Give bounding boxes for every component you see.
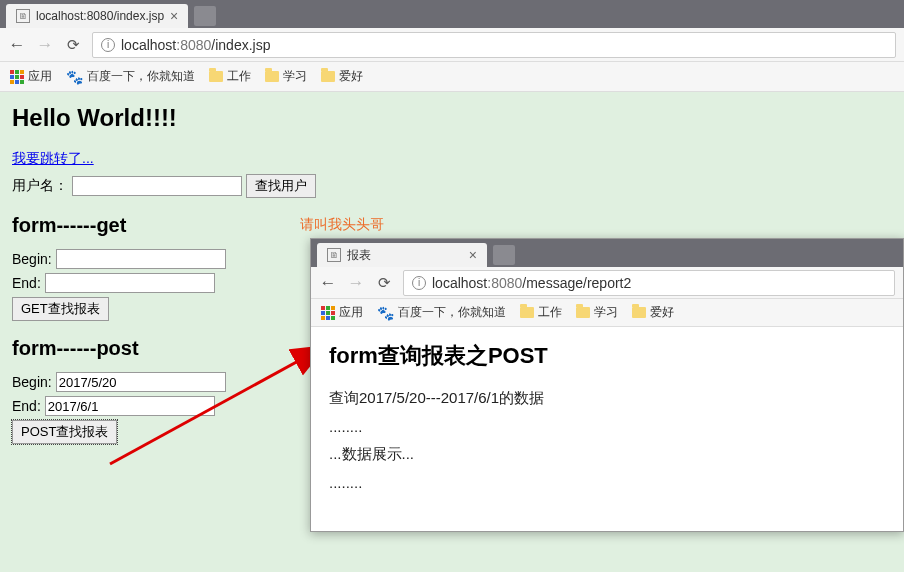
username-input[interactable] [72, 176, 242, 196]
bookmark-baidu[interactable]: 🐾 百度一下，你就知道 [66, 68, 195, 85]
url-host: localhost [121, 37, 176, 53]
get-report-button[interactable]: GET查找报表 [12, 297, 109, 321]
sub-bookmark-baidu[interactable]: 🐾 百度一下，你就知道 [377, 304, 506, 321]
url-bar[interactable]: i localhost:8080/index.jsp [92, 32, 896, 58]
paw-icon: 🐾 [66, 69, 83, 85]
sub-dots: ........ [329, 474, 885, 491]
url-path: /index.jsp [211, 37, 270, 53]
sub-url-path: /message/report2 [522, 275, 631, 291]
back-button[interactable]: ← [8, 35, 26, 55]
sub-page-body: form查询报表之POST 查询2017/5/20---2017/6/1的数据 … [311, 327, 903, 531]
page-icon: 🗎 [16, 9, 30, 23]
apps-icon [10, 70, 24, 84]
nav-bar: ← → ⟳ i localhost:8080/index.jsp [0, 28, 904, 62]
browser-tab[interactable]: 🗎 localhost:8080/index.jsp × [6, 4, 188, 28]
page-heading: Hello World!!!! [12, 104, 892, 132]
sub-browser-tab[interactable]: 🗎 报表 × [317, 243, 487, 267]
sub-url-host: localhost [432, 275, 487, 291]
sub-back-button[interactable]: ← [319, 273, 337, 293]
bookmark-apps[interactable]: 应用 [10, 68, 52, 85]
forward-button[interactable]: → [36, 35, 54, 55]
folder-icon [209, 71, 223, 82]
sub-bookmark-study[interactable]: 学习 [576, 304, 618, 321]
search-user-button[interactable]: 查找用户 [246, 174, 316, 198]
sub-tab-strip: 🗎 报表 × [311, 239, 903, 267]
form-get-heading: form------get [12, 214, 892, 237]
tab-title: localhost:8080/index.jsp [36, 9, 164, 23]
folder-icon [576, 307, 590, 318]
sub-url-bar[interactable]: i localhost:8080/message/report2 [403, 270, 895, 296]
tab-close-icon[interactable]: × [469, 247, 477, 263]
new-tab-button[interactable] [194, 6, 216, 26]
folder-icon [520, 307, 534, 318]
get-end-input[interactable] [45, 273, 215, 293]
page-icon: 🗎 [327, 248, 341, 262]
sub-dots: ........ [329, 418, 885, 435]
folder-icon [632, 307, 646, 318]
begin-label: Begin: [12, 374, 52, 390]
sub-query-text: 查询2017/5/20---2017/6/1的数据 [329, 389, 885, 408]
sub-tab-title: 报表 [347, 247, 371, 264]
sub-bookmark-work[interactable]: 工作 [520, 304, 562, 321]
sub-forward-button[interactable]: → [347, 273, 365, 293]
tab-strip: 🗎 localhost:8080/index.jsp × [0, 0, 904, 28]
tab-close-icon[interactable]: × [170, 8, 178, 24]
apps-icon [321, 306, 335, 320]
post-begin-input[interactable] [56, 372, 226, 392]
reload-button[interactable]: ⟳ [64, 36, 82, 54]
username-label: 用户名： [12, 177, 68, 195]
sub-url-port: :8080 [487, 275, 522, 291]
bookmark-hobby[interactable]: 爱好 [321, 68, 363, 85]
folder-icon [321, 71, 335, 82]
sub-bookmark-bar: 应用 🐾 百度一下，你就知道 工作 学习 爱好 [311, 299, 903, 327]
sub-browser: 🗎 报表 × ← → ⟳ i localhost:8080/message/re… [310, 238, 904, 532]
sub-bookmark-apps[interactable]: 应用 [321, 304, 363, 321]
username-row: 用户名： 查找用户 [12, 174, 892, 198]
begin-label: Begin: [12, 251, 52, 267]
paw-icon: 🐾 [377, 305, 394, 321]
url-port: :8080 [176, 37, 211, 53]
info-icon[interactable]: i [412, 276, 426, 290]
end-label: End: [12, 398, 41, 414]
bookmark-study[interactable]: 学习 [265, 68, 307, 85]
sub-new-tab-button[interactable] [493, 245, 515, 265]
end-label: End: [12, 275, 41, 291]
info-icon[interactable]: i [101, 38, 115, 52]
jump-link[interactable]: 我要跳转了... [12, 150, 94, 168]
folder-icon [265, 71, 279, 82]
annotation-text: 请叫我头头哥 [300, 216, 384, 234]
post-end-input[interactable] [45, 396, 215, 416]
post-report-button[interactable]: POST查找报表 [12, 420, 117, 444]
sub-data-display: ...数据展示... [329, 445, 885, 464]
sub-nav-bar: ← → ⟳ i localhost:8080/message/report2 [311, 267, 903, 299]
sub-page-heading: form查询报表之POST [329, 341, 885, 371]
sub-reload-button[interactable]: ⟳ [375, 274, 393, 292]
bookmark-work[interactable]: 工作 [209, 68, 251, 85]
bookmark-bar: 应用 🐾 百度一下，你就知道 工作 学习 爱好 [0, 62, 904, 92]
get-begin-input[interactable] [56, 249, 226, 269]
sub-bookmark-hobby[interactable]: 爱好 [632, 304, 674, 321]
